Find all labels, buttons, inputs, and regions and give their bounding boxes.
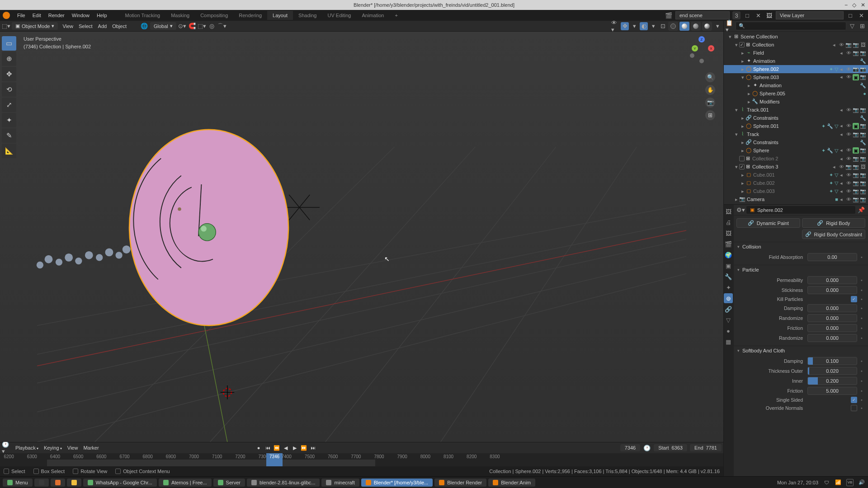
navigation-gizmo[interactable]: Z Y X (688, 36, 715, 63)
field-randomize-input[interactable]: 0.000 (807, 334, 857, 342)
proportional-edit-icon[interactable]: ◎ (208, 22, 216, 30)
viewport-menu-view[interactable]: View (60, 23, 76, 30)
tree-expander-icon[interactable]: ▸ (740, 123, 745, 129)
hide-viewport-icon[interactable]: 👁 (845, 123, 852, 129)
outliner-item-animation[interactable]: ▸✦Animation🔧 (724, 81, 868, 89)
tree-expander-icon[interactable]: ▾ (727, 34, 733, 40)
field-damping-input[interactable]: 0.100 (807, 357, 857, 365)
exclude-icon[interactable]: ◂ (838, 172, 844, 178)
tree-expander-icon[interactable]: ▾ (734, 107, 739, 113)
properties-tab-output[interactable]: 🖨 (724, 217, 733, 227)
viewport-3d[interactable]: User Perspective (7346) Collection | Sph… (0, 32, 723, 442)
menu-file[interactable]: File (14, 13, 29, 18)
taskbar-item-whatsapp-google-chr-[interactable]: WhatsApp - Google Chr... (83, 479, 157, 487)
tool-measure[interactable]: 📐 (2, 144, 16, 158)
preview-range-icon[interactable]: 🕐 (643, 444, 651, 452)
panel-header-softbody-and-cloth[interactable]: Softbody And Cloth (734, 346, 868, 355)
properties-tab-object[interactable]: ▣ (724, 261, 733, 271)
tree-expander-icon[interactable]: ▸ (746, 91, 752, 97)
tree-expander-icon[interactable]: ▾ (734, 42, 739, 48)
start-frame-input[interactable]: Start6363 (654, 444, 687, 451)
animate-property-icon[interactable]: • (860, 335, 863, 341)
tool-transform[interactable]: ✦ (2, 113, 16, 127)
shading-wireframe-icon[interactable] (668, 22, 678, 31)
properties-tab-material[interactable]: ● (724, 326, 733, 336)
gizmo-toggle-icon[interactable]: ✥ (621, 22, 629, 30)
disable-viewport-icon[interactable]: 📷 (853, 50, 859, 56)
field-friction-input[interactable]: 5.000 (807, 387, 857, 395)
exclude-icon[interactable]: ◂ (838, 131, 844, 137)
viewport-menu-select[interactable]: Select (76, 23, 95, 30)
exclude-icon[interactable]: ◂ (831, 42, 837, 48)
outliner-type-icon[interactable]: 📋▾ (726, 22, 734, 30)
taskbar-item-minecraft[interactable]: minecraft (321, 479, 359, 487)
tree-expander-icon[interactable]: ▸ (740, 180, 745, 186)
holdout-icon[interactable]: 🖼 (860, 164, 866, 170)
exclude-icon[interactable]: ◂ (838, 50, 844, 56)
shading-rendered-icon[interactable] (702, 22, 712, 31)
timeline-menu-keying[interactable]: Keying ▾ (41, 444, 65, 451)
timeline-editor-type-icon[interactable]: 🕐▾ (2, 444, 10, 452)
exclude-icon[interactable]: ◂ (838, 188, 844, 194)
tree-expander-icon[interactable]: ▾ (740, 75, 745, 80)
jump-prev-keyframe-icon[interactable]: ⏪ (273, 444, 281, 452)
tray-volume-icon[interactable]: 🔊 (858, 479, 865, 486)
shading-options-dropdown[interactable]: ▾ (713, 22, 722, 30)
menu-window[interactable]: Window (68, 13, 93, 18)
timeline-menu-marker[interactable]: Marker (80, 444, 101, 451)
tool-annotate[interactable]: ✎ (2, 128, 16, 143)
disable-render-icon[interactable]: 📷 (860, 123, 866, 129)
proportional-falloff-dropdown[interactable]: ⌒▾ (218, 22, 226, 30)
snap-target-dropdown[interactable]: ⬚▾ (198, 22, 206, 30)
end-frame-input[interactable]: End7781 (690, 444, 722, 451)
exclude-icon[interactable]: ◂ (838, 107, 844, 113)
exclude-icon[interactable]: ◂ (838, 197, 844, 202)
menu-edit[interactable]: Edit (29, 13, 45, 18)
hide-viewport-icon[interactable]: 👁 (845, 147, 852, 154)
field-field-absorption-input[interactable]: 0.00 (807, 253, 857, 261)
outliner-item-cube-001[interactable]: ▸▢Cube.001✦▽◂👁📷📷 (724, 171, 868, 179)
close-icon[interactable]: ✕ (861, 2, 865, 8)
exclude-icon[interactable]: ◂ (838, 74, 844, 80)
properties-tab-particles[interactable]: ✦ (724, 282, 733, 292)
delete-viewlayer-icon[interactable]: ✕ (857, 11, 865, 19)
tree-expander-icon[interactable]: ▸ (740, 58, 745, 64)
viewport-menu-object[interactable]: Object (109, 23, 129, 30)
properties-tab-constraints[interactable]: 🔗 (724, 304, 733, 314)
animate-property-icon[interactable]: • (860, 388, 863, 394)
outliner-item-field[interactable]: ▸⌁Field◂👁📷📷 (724, 49, 868, 57)
pivot-icon[interactable]: ⊙▾ (178, 22, 186, 30)
outliner-search-input[interactable]: 🔍 (736, 22, 846, 30)
hide-viewport-icon[interactable]: 👁 (845, 66, 852, 72)
tree-expander-icon[interactable]: ▸ (740, 66, 745, 72)
jump-end-icon[interactable]: ⏭ (309, 444, 317, 452)
panel-header-particle[interactable]: Particle (734, 265, 868, 274)
field-override-normals-checkbox[interactable] (851, 405, 857, 411)
disable-viewport-icon[interactable]: 📷 (853, 66, 859, 72)
outliner-item-track[interactable]: ▾⌇Track◂👁📷📷 (724, 130, 868, 138)
timeline-menu-view[interactable]: View (65, 444, 81, 451)
xray-toggle-icon[interactable]: ⊡ (659, 22, 667, 30)
taskbar-item-icon[interactable] (67, 479, 81, 487)
new-scene-icon[interactable]: □ (743, 11, 751, 19)
overlays-dropdown[interactable]: ▾ (649, 22, 657, 30)
hide-viewport-icon[interactable]: 👁 (838, 164, 844, 170)
disable-render-icon[interactable]: 📷 (860, 172, 866, 178)
gizmo-dropdown[interactable]: ▾ (630, 22, 638, 30)
outliner-item-sphere[interactable]: ▸◯Sphere✦🔧▽◂👁▣📷 (724, 146, 868, 155)
add-workspace-button[interactable]: + (390, 11, 402, 20)
minimize-icon[interactable]: − (844, 2, 848, 8)
viewlayer-input[interactable] (776, 11, 844, 19)
disable-render-icon[interactable]: 📷 (860, 131, 866, 137)
physics-button-rigid-body-constraint[interactable]: 🔗Rigid Body Constraint (802, 230, 866, 239)
field-permeability-input[interactable]: 0.000 (807, 276, 857, 284)
disable-viewport-icon[interactable]: 📷 (853, 180, 859, 186)
taskbar-item-blender-home-y3-ble-[interactable]: Blender* [/home/y3/ble... (361, 479, 433, 487)
hide-viewport-icon[interactable]: 👁 (845, 172, 852, 178)
shading-solid-icon[interactable] (679, 22, 689, 31)
disable-viewport-icon[interactable]: 📷 (853, 197, 859, 202)
tree-expander-icon[interactable]: ▸ (734, 197, 739, 202)
workspace-tab-compositing[interactable]: Compositing (195, 11, 233, 20)
collection-enable-checkbox[interactable]: ✓ (739, 42, 745, 47)
field-single-sided-checkbox[interactable]: ✓ (851, 397, 857, 403)
